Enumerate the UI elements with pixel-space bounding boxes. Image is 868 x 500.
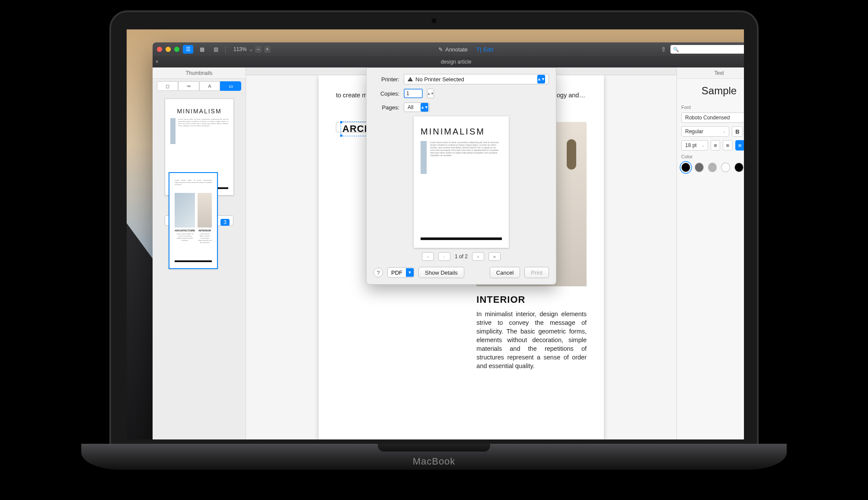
selection-handle[interactable] — [340, 134, 343, 137]
selection-handle[interactable] — [340, 121, 343, 124]
chevron-down-icon: ▼ — [406, 268, 414, 277]
chevron-down-icon: ⌵ — [723, 129, 725, 134]
thumbnail-label: 3 — [220, 219, 230, 226]
sidebar-toggle-icon[interactable]: ☰ — [183, 45, 193, 54]
titlebar: ☰ ▦ ▥ 113% ⌵ − + ✎ Annotate — [153, 42, 744, 56]
zoom-out-button[interactable]: − — [255, 46, 262, 53]
mini-heading: MINIMALISM — [170, 108, 228, 115]
select-arrows-icon: ▲▼ — [537, 75, 545, 83]
screen-bezel: ☰ ▦ ▥ 113% ⌵ − + ✎ Annotate — [109, 10, 759, 447]
printer-select[interactable]: No Printer Selected ▲▼ — [404, 74, 549, 84]
copies-input[interactable]: 1 — [404, 89, 423, 98]
help-button[interactable]: ? — [373, 268, 383, 277]
thumbnail-mode-segment: ◻ ≔ A ▭ — [153, 79, 246, 94]
pdf-dropdown[interactable]: PDF ▼ — [387, 267, 414, 278]
document-view: to create multiple… The English language… — [246, 67, 677, 439]
minimize-window-button[interactable] — [166, 47, 171, 52]
annotate-mode-button[interactable]: ✎ Annotate — [438, 46, 468, 53]
brand-text: MacBook — [413, 456, 456, 467]
prev-page-button[interactable]: ‹ — [438, 252, 450, 261]
font-family-select[interactable]: Roboto Condensed⌵ — [681, 112, 744, 123]
zoom-in-button[interactable]: + — [264, 46, 271, 53]
color-swatch-lightgray[interactable] — [708, 163, 717, 172]
edit-label: Edit — [483, 46, 493, 53]
show-details-button[interactable]: Show Details — [418, 267, 464, 278]
bold-button[interactable]: B — [732, 126, 743, 137]
laptop-frame: ☰ ▦ ▥ 113% ⌵ − + ✎ Annotate — [81, 10, 787, 484]
interior-heading[interactable]: INTERIOR — [476, 294, 587, 305]
chevron-down-icon: ⌵ — [702, 143, 704, 147]
printer-value: No Printer Selected — [415, 76, 464, 83]
toolbar-divider — [225, 46, 226, 53]
grid-view-icon[interactable]: ▦ — [197, 45, 207, 54]
interior-body: In minimalist interior, design elements … — [476, 310, 587, 370]
thumbnail-page-3[interactable]: Lorem ipsum dolor sit amet consectetur a… — [165, 215, 233, 226]
font-size-select[interactable]: 18 pt⌵ — [681, 140, 708, 151]
inspector-title: Text — [677, 67, 744, 79]
preview-title: MINIMALISM — [421, 127, 502, 137]
tab-close-button[interactable]: × — [153, 59, 161, 65]
align-center-button[interactable]: ≡ — [723, 140, 732, 151]
text-cursor-icon: T| — [476, 46, 481, 53]
thumbnail-list: MINIMALISM Lorem ipsum dolor sit amet co… — [153, 94, 246, 439]
select-arrows-icon: ▲▼ — [421, 103, 428, 112]
align-left-button[interactable]: ≡ — [711, 140, 720, 151]
two-page-view-icon[interactable]: ▥ — [211, 45, 221, 54]
thumbnails-title: Thumbnails — [153, 67, 246, 79]
inspector-sidebar: Text Sample Font Roboto Condensed⌵ Regul… — [677, 67, 744, 439]
tab-title[interactable]: design article — [161, 59, 744, 65]
fullscreen-window-button[interactable] — [174, 47, 179, 52]
zoom-control[interactable]: 113% ⌵ − + — [233, 46, 271, 53]
annotate-label: Annotate — [445, 46, 468, 53]
bookmark-tab-icon[interactable]: ◻ — [157, 81, 178, 91]
font-section-label: Font — [681, 105, 744, 110]
camera — [431, 18, 437, 23]
first-page-button[interactable]: « — [422, 252, 434, 261]
cancel-button[interactable]: Cancel — [490, 267, 520, 278]
next-page-button[interactable]: › — [472, 252, 484, 261]
chevron-down-icon: ⌵ — [249, 46, 252, 52]
copies-stepper[interactable]: ▲▼ — [427, 89, 434, 98]
pages-select[interactable]: All ▲▼ — [404, 103, 430, 112]
desktop: ☰ ▦ ▥ 113% ⌵ − + ✎ Annotate — [127, 29, 744, 439]
edit-mode-button[interactable]: T| Edit — [476, 46, 493, 53]
thumbnails-tab-icon[interactable]: ▭ — [220, 81, 241, 91]
tab-bar: × design article + — [153, 56, 744, 67]
print-button[interactable]: Print — [524, 267, 549, 278]
color-swatches — [681, 163, 744, 172]
last-page-button[interactable]: » — [488, 252, 501, 261]
close-window-button[interactable] — [157, 47, 162, 52]
laptop-notch — [378, 444, 490, 452]
warning-icon — [408, 77, 413, 81]
color-section-label: Color — [681, 154, 744, 159]
color-swatch-black[interactable] — [681, 163, 690, 172]
align-right-button[interactable]: ≡ — [735, 140, 744, 151]
pencil-icon: ✎ — [438, 46, 443, 53]
laptop-base: MacBook — [81, 444, 787, 470]
pages-value: All — [408, 104, 413, 110]
page-indicator: 1 of 2 — [455, 253, 468, 260]
search-icon: 🔍 — [673, 47, 679, 52]
print-dialog: Printer: No Printer Selected ▲▼ Copies: … — [366, 67, 556, 285]
color-swatch-gray[interactable] — [695, 163, 704, 172]
pages-label: Pages: — [373, 104, 399, 111]
annotations-tab-icon[interactable]: A — [199, 81, 220, 91]
printer-label: Printer: — [373, 76, 399, 83]
font-style-select[interactable]: Regular⌵ — [681, 126, 729, 137]
sample-preview: Sample — [681, 85, 744, 97]
copies-label: Copies: — [373, 90, 399, 97]
color-swatch-black-2[interactable] — [734, 163, 744, 172]
traffic-lights — [157, 47, 179, 52]
share-icon[interactable]: ⇧ — [661, 46, 666, 53]
zoom-value: 113% — [233, 46, 247, 52]
color-swatch-white[interactable] — [721, 163, 730, 172]
outline-tab-icon[interactable]: ≔ — [178, 81, 199, 91]
app-window: ☰ ▦ ▥ 113% ⌵ − + ✎ Annotate — [153, 42, 744, 439]
thumbnails-sidebar: Thumbnails ◻ ≔ A ▭ MINIMALISM Lorem i — [153, 67, 246, 439]
print-preview: MINIMALISM Lorem ipsum dolor sit amet, c… — [414, 116, 509, 248]
search-input[interactable]: 🔍 — [670, 45, 744, 54]
